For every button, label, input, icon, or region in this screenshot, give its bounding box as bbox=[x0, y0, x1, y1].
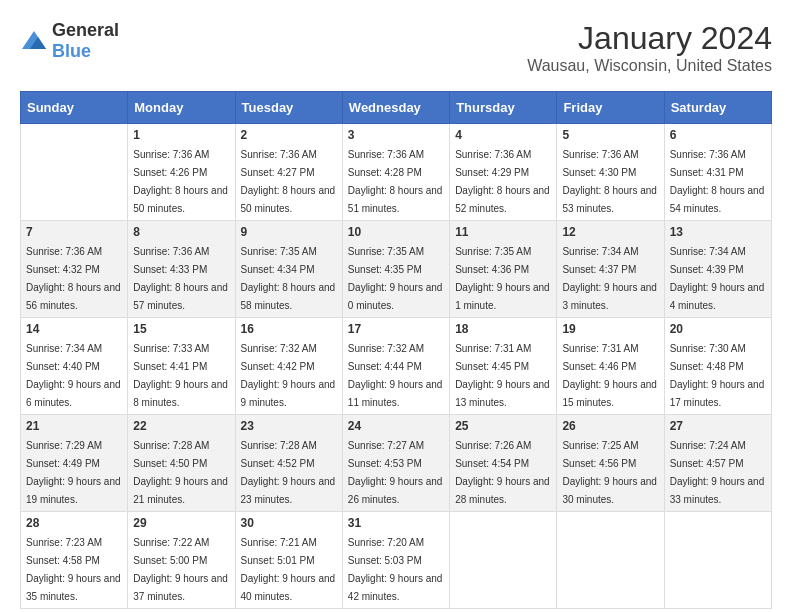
table-row: 16 Sunrise: 7:32 AMSunset: 4:42 PMDaylig… bbox=[235, 318, 342, 415]
day-info: Sunrise: 7:28 AMSunset: 4:52 PMDaylight:… bbox=[241, 440, 336, 505]
day-info: Sunrise: 7:29 AMSunset: 4:49 PMDaylight:… bbox=[26, 440, 121, 505]
table-row: 3 Sunrise: 7:36 AMSunset: 4:28 PMDayligh… bbox=[342, 124, 449, 221]
table-row: 23 Sunrise: 7:28 AMSunset: 4:52 PMDaylig… bbox=[235, 415, 342, 512]
day-number: 16 bbox=[241, 322, 337, 336]
calendar-week-5: 28 Sunrise: 7:23 AMSunset: 4:58 PMDaylig… bbox=[21, 512, 772, 609]
day-number: 18 bbox=[455, 322, 551, 336]
day-number: 4 bbox=[455, 128, 551, 142]
table-row: 6 Sunrise: 7:36 AMSunset: 4:31 PMDayligh… bbox=[664, 124, 771, 221]
table-row: 2 Sunrise: 7:36 AMSunset: 4:27 PMDayligh… bbox=[235, 124, 342, 221]
table-row: 24 Sunrise: 7:27 AMSunset: 4:53 PMDaylig… bbox=[342, 415, 449, 512]
day-info: Sunrise: 7:36 AMSunset: 4:28 PMDaylight:… bbox=[348, 149, 443, 214]
day-number: 20 bbox=[670, 322, 766, 336]
table-row: 30 Sunrise: 7:21 AMSunset: 5:01 PMDaylig… bbox=[235, 512, 342, 609]
day-number: 5 bbox=[562, 128, 658, 142]
day-info: Sunrise: 7:36 AMSunset: 4:29 PMDaylight:… bbox=[455, 149, 550, 214]
day-number: 30 bbox=[241, 516, 337, 530]
table-row: 14 Sunrise: 7:34 AMSunset: 4:40 PMDaylig… bbox=[21, 318, 128, 415]
day-number: 12 bbox=[562, 225, 658, 239]
month-title: January 2024 bbox=[527, 20, 772, 57]
logo-blue: Blue bbox=[52, 41, 91, 61]
day-info: Sunrise: 7:36 AMSunset: 4:30 PMDaylight:… bbox=[562, 149, 657, 214]
table-row: 18 Sunrise: 7:31 AMSunset: 4:45 PMDaylig… bbox=[450, 318, 557, 415]
day-number: 27 bbox=[670, 419, 766, 433]
day-info: Sunrise: 7:35 AMSunset: 4:36 PMDaylight:… bbox=[455, 246, 550, 311]
table-row: 28 Sunrise: 7:23 AMSunset: 4:58 PMDaylig… bbox=[21, 512, 128, 609]
day-number: 1 bbox=[133, 128, 229, 142]
day-number: 10 bbox=[348, 225, 444, 239]
table-row: 20 Sunrise: 7:30 AMSunset: 4:48 PMDaylig… bbox=[664, 318, 771, 415]
logo-icon bbox=[20, 29, 48, 53]
day-info: Sunrise: 7:34 AMSunset: 4:37 PMDaylight:… bbox=[562, 246, 657, 311]
day-number: 23 bbox=[241, 419, 337, 433]
day-number: 2 bbox=[241, 128, 337, 142]
logo-general: General bbox=[52, 20, 119, 40]
day-info: Sunrise: 7:27 AMSunset: 4:53 PMDaylight:… bbox=[348, 440, 443, 505]
day-number: 19 bbox=[562, 322, 658, 336]
day-info: Sunrise: 7:34 AMSunset: 4:39 PMDaylight:… bbox=[670, 246, 765, 311]
calendar-table: Sunday Monday Tuesday Wednesday Thursday… bbox=[20, 91, 772, 609]
day-info: Sunrise: 7:21 AMSunset: 5:01 PMDaylight:… bbox=[241, 537, 336, 602]
day-number: 29 bbox=[133, 516, 229, 530]
day-info: Sunrise: 7:35 AMSunset: 4:35 PMDaylight:… bbox=[348, 246, 443, 311]
header-friday: Friday bbox=[557, 92, 664, 124]
header-thursday: Thursday bbox=[450, 92, 557, 124]
table-row: 25 Sunrise: 7:26 AMSunset: 4:54 PMDaylig… bbox=[450, 415, 557, 512]
day-number: 31 bbox=[348, 516, 444, 530]
day-number: 25 bbox=[455, 419, 551, 433]
day-info: Sunrise: 7:32 AMSunset: 4:42 PMDaylight:… bbox=[241, 343, 336, 408]
table-row: 15 Sunrise: 7:33 AMSunset: 4:41 PMDaylig… bbox=[128, 318, 235, 415]
table-row: 21 Sunrise: 7:29 AMSunset: 4:49 PMDaylig… bbox=[21, 415, 128, 512]
table-row bbox=[557, 512, 664, 609]
table-row: 1 Sunrise: 7:36 AMSunset: 4:26 PMDayligh… bbox=[128, 124, 235, 221]
table-row: 31 Sunrise: 7:20 AMSunset: 5:03 PMDaylig… bbox=[342, 512, 449, 609]
day-info: Sunrise: 7:34 AMSunset: 4:40 PMDaylight:… bbox=[26, 343, 121, 408]
logo-text: General Blue bbox=[52, 20, 119, 62]
day-info: Sunrise: 7:20 AMSunset: 5:03 PMDaylight:… bbox=[348, 537, 443, 602]
day-info: Sunrise: 7:32 AMSunset: 4:44 PMDaylight:… bbox=[348, 343, 443, 408]
table-row: 17 Sunrise: 7:32 AMSunset: 4:44 PMDaylig… bbox=[342, 318, 449, 415]
day-number: 26 bbox=[562, 419, 658, 433]
calendar-week-3: 14 Sunrise: 7:34 AMSunset: 4:40 PMDaylig… bbox=[21, 318, 772, 415]
day-number: 21 bbox=[26, 419, 122, 433]
day-number: 9 bbox=[241, 225, 337, 239]
day-number: 15 bbox=[133, 322, 229, 336]
calendar-week-4: 21 Sunrise: 7:29 AMSunset: 4:49 PMDaylig… bbox=[21, 415, 772, 512]
day-number: 7 bbox=[26, 225, 122, 239]
table-row: 4 Sunrise: 7:36 AMSunset: 4:29 PMDayligh… bbox=[450, 124, 557, 221]
header-sunday: Sunday bbox=[21, 92, 128, 124]
table-row: 19 Sunrise: 7:31 AMSunset: 4:46 PMDaylig… bbox=[557, 318, 664, 415]
day-number: 24 bbox=[348, 419, 444, 433]
table-row: 5 Sunrise: 7:36 AMSunset: 4:30 PMDayligh… bbox=[557, 124, 664, 221]
table-row: 26 Sunrise: 7:25 AMSunset: 4:56 PMDaylig… bbox=[557, 415, 664, 512]
day-info: Sunrise: 7:25 AMSunset: 4:56 PMDaylight:… bbox=[562, 440, 657, 505]
day-number: 3 bbox=[348, 128, 444, 142]
day-number: 28 bbox=[26, 516, 122, 530]
title-area: January 2024 Wausau, Wisconsin, United S… bbox=[527, 20, 772, 75]
day-number: 6 bbox=[670, 128, 766, 142]
table-row: 9 Sunrise: 7:35 AMSunset: 4:34 PMDayligh… bbox=[235, 221, 342, 318]
table-row: 8 Sunrise: 7:36 AMSunset: 4:33 PMDayligh… bbox=[128, 221, 235, 318]
header-row: Sunday Monday Tuesday Wednesday Thursday… bbox=[21, 92, 772, 124]
header-monday: Monday bbox=[128, 92, 235, 124]
day-info: Sunrise: 7:31 AMSunset: 4:46 PMDaylight:… bbox=[562, 343, 657, 408]
day-info: Sunrise: 7:28 AMSunset: 4:50 PMDaylight:… bbox=[133, 440, 228, 505]
day-info: Sunrise: 7:23 AMSunset: 4:58 PMDaylight:… bbox=[26, 537, 121, 602]
table-row: 11 Sunrise: 7:35 AMSunset: 4:36 PMDaylig… bbox=[450, 221, 557, 318]
day-info: Sunrise: 7:36 AMSunset: 4:27 PMDaylight:… bbox=[241, 149, 336, 214]
table-row: 22 Sunrise: 7:28 AMSunset: 4:50 PMDaylig… bbox=[128, 415, 235, 512]
logo: General Blue bbox=[20, 20, 119, 62]
table-row: 29 Sunrise: 7:22 AMSunset: 5:00 PMDaylig… bbox=[128, 512, 235, 609]
day-info: Sunrise: 7:36 AMSunset: 4:26 PMDaylight:… bbox=[133, 149, 228, 214]
table-row bbox=[21, 124, 128, 221]
header-saturday: Saturday bbox=[664, 92, 771, 124]
day-number: 17 bbox=[348, 322, 444, 336]
day-info: Sunrise: 7:26 AMSunset: 4:54 PMDaylight:… bbox=[455, 440, 550, 505]
header: General Blue January 2024 Wausau, Wiscon… bbox=[20, 20, 772, 75]
day-info: Sunrise: 7:36 AMSunset: 4:31 PMDaylight:… bbox=[670, 149, 765, 214]
table-row bbox=[664, 512, 771, 609]
day-info: Sunrise: 7:24 AMSunset: 4:57 PMDaylight:… bbox=[670, 440, 765, 505]
day-info: Sunrise: 7:36 AMSunset: 4:33 PMDaylight:… bbox=[133, 246, 228, 311]
day-info: Sunrise: 7:36 AMSunset: 4:32 PMDaylight:… bbox=[26, 246, 121, 311]
day-number: 22 bbox=[133, 419, 229, 433]
